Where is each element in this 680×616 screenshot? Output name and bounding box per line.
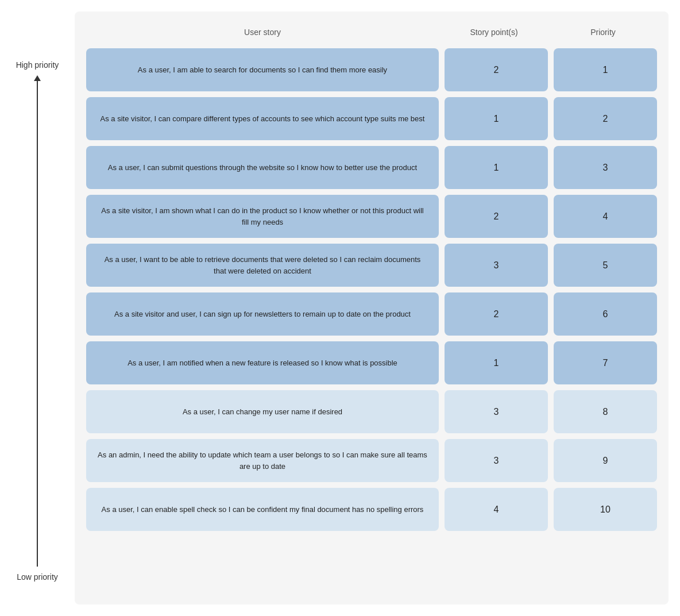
table-row: As a user, I want to be able to retrieve… <box>86 244 657 287</box>
table-row: As a site visitor and user, I can sign u… <box>86 292 657 336</box>
header-priority: Priority <box>551 23 655 41</box>
points-cell: 1 <box>445 341 548 384</box>
priority-cell: 2 <box>554 97 657 140</box>
axis-arrow-up <box>34 75 41 81</box>
table-row: As a user, I am notified when a new feat… <box>86 341 657 384</box>
points-cell: 2 <box>445 48 548 91</box>
table-header: User story Story point(s) Priority <box>86 23 657 41</box>
header-story-points: Story point(s) <box>442 23 546 41</box>
points-cell: 2 <box>445 195 548 238</box>
table-row: As a site visitor, I am shown what I can… <box>86 195 657 238</box>
points-cell: 2 <box>445 292 548 336</box>
story-cell: As a user, I want to be able to retrieve… <box>86 244 439 287</box>
priority-axis: High priority Low priority <box>0 11 75 605</box>
header-user-story: User story <box>88 23 436 41</box>
story-cell: As a site visitor, I can compare differe… <box>86 97 439 140</box>
story-cell: As a user, I can enable spell check so I… <box>86 488 439 531</box>
low-priority-label: Low priority <box>17 572 58 582</box>
high-priority-text: High priority <box>16 60 59 70</box>
points-cell: 1 <box>445 146 548 189</box>
table-row: As a user, I can enable spell check so I… <box>86 488 657 531</box>
table-row: As a user, I can submit questions throug… <box>86 146 657 189</box>
priority-cell: 1 <box>554 48 657 91</box>
story-cell: As a site visitor, I am shown what I can… <box>86 195 439 238</box>
table-row: As a site visitor, I can compare differe… <box>86 97 657 140</box>
table-body: As a user, I am able to search for docum… <box>86 48 657 531</box>
high-priority-label: High priority <box>16 60 59 70</box>
story-cell: As an admin, I need the ability to updat… <box>86 439 439 482</box>
story-cell: As a user, I am notified when a new feat… <box>86 341 439 384</box>
priority-cell: 8 <box>554 390 657 433</box>
low-priority-text: Low priority <box>17 572 58 582</box>
story-cell: As a site visitor and user, I can sign u… <box>86 292 439 336</box>
priority-cell: 9 <box>554 439 657 482</box>
points-cell: 4 <box>445 488 548 531</box>
priority-cell: 5 <box>554 244 657 287</box>
story-cell: As a user, I can submit questions throug… <box>86 146 439 189</box>
priority-cell: 7 <box>554 341 657 384</box>
points-cell: 3 <box>445 439 548 482</box>
story-cell: As a user, I am able to search for docum… <box>86 48 439 91</box>
priority-cell: 6 <box>554 292 657 336</box>
points-cell: 3 <box>445 244 548 287</box>
priority-cell: 4 <box>554 195 657 238</box>
points-cell: 3 <box>445 390 548 433</box>
priority-cell: 3 <box>554 146 657 189</box>
table-row: As an admin, I need the ability to updat… <box>86 439 657 482</box>
table-row: As a user, I can change my user name if … <box>86 390 657 433</box>
axis-line <box>37 81 38 567</box>
story-cell: As a user, I can change my user name if … <box>86 390 439 433</box>
points-cell: 1 <box>445 97 548 140</box>
backlog-table: User story Story point(s) Priority As a … <box>75 11 669 605</box>
table-row: As a user, I am able to search for docum… <box>86 48 657 91</box>
priority-cell: 10 <box>554 488 657 531</box>
